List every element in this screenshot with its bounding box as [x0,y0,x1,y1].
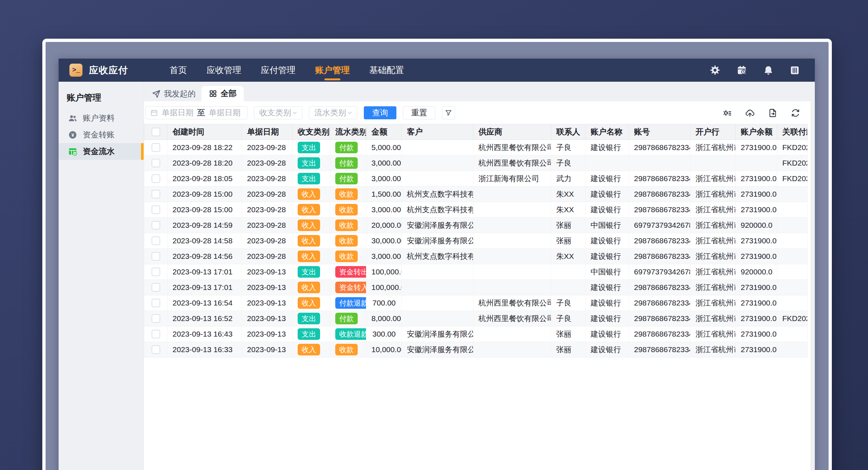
cell-doc-date: 2023-09-28 [242,171,293,187]
flow-type-badge: 收款 [335,188,358,200]
flow-type-select[interactable]: 流水类别 [309,106,357,119]
flow-type-badge: 收款 [335,235,358,247]
content-panel: 单据日期 至 单据日期 收支类别 流水类别 [144,101,815,470]
table-row: 2023-09-28 14:582023-09-28收入收款30,000.00安… [144,233,808,249]
cell-supplier [473,233,551,249]
app-window: >_ 应收应付 首页 应收管理 应付管理 账户管理 基础配置 [59,59,815,470]
cell-io-type: 收入 [293,233,330,249]
schedule-calendar-icon[interactable] [737,65,747,75]
cell-bank-location: 浙江省杭州市 [690,342,736,358]
cell-customer [402,311,473,326]
cell-account-no: 298786867823342 [629,202,690,218]
cell-customer [402,171,473,187]
tab-strip: 我发起的 全部 [144,82,815,101]
cell-customer: 杭州支点数字科技有限公司 [402,187,473,202]
cell-account-no: 298786867823342 [629,295,690,311]
date-end-placeholder: 单据日期 [209,107,241,118]
row-checkbox[interactable] [152,205,160,214]
row-checkbox[interactable] [152,221,160,230]
io-type-badge: 收入 [298,204,320,215]
nav-item-accounts[interactable]: 账户管理 [305,59,359,82]
column-header-customer: 客户 [402,124,473,140]
cell-contact: 子良 [551,155,586,171]
nav-item-payable[interactable]: 应付管理 [251,59,305,82]
flow-type-badge: 付款退款 [335,297,366,309]
cloud-upload-icon[interactable] [745,108,755,118]
row-checkbox[interactable] [152,143,160,152]
row-checkbox[interactable] [152,174,160,183]
row-checkbox[interactable] [152,283,160,292]
main-area: 我发起的 全部 [144,82,815,470]
select-all-checkbox[interactable] [152,128,160,136]
cell-linked-payment [777,187,808,202]
sidebar-item-fund-flow[interactable]: ¥ 资金流水 [59,143,144,160]
navbar-icons [710,65,800,75]
filter-bar: 单据日期 至 单据日期 收支类别 流水类别 [145,106,800,119]
column-settings-icon[interactable] [722,108,732,118]
io-type-badge: 支出 [298,328,320,340]
cell-linked-payment: FKD2023 [777,311,808,326]
row-checkbox[interactable] [152,268,160,276]
sidebar: 账户管理 账户资料 [59,82,144,470]
cell-supplier: 浙江新海有限公司 [473,171,551,187]
send-icon [152,90,161,98]
cell-account-no: 298786867823342 [629,171,690,187]
row-checkbox[interactable] [152,236,160,245]
tab-all[interactable]: 全部 [201,86,244,101]
cell-doc-date: 2023-09-28 [242,233,293,249]
cell-account-no: 298786867823342 [629,249,690,264]
reset-button[interactable]: 重置 [403,106,435,119]
flow-type-badge: 付款 [335,313,358,324]
row-checkbox[interactable] [152,159,160,167]
top-navbar: >_ 应收应付 首页 应收管理 应付管理 账户管理 基础配置 [59,59,815,82]
cell-account-no: 697973793426784 [629,218,690,233]
svg-text:¥: ¥ [71,132,74,138]
io-type-select[interactable]: 收支类别 [254,106,302,119]
cell-create-time: 2023-09-28 14:56 [167,249,242,264]
cell-customer: 杭州支点数字科技有限公司 [402,249,473,264]
checkbox-cell [144,264,167,280]
sidebar-item-fund-transfer[interactable]: ¥ 资金转账 [59,127,144,143]
cell-amount: 3,000.00 [366,249,402,264]
row-checkbox[interactable] [152,190,160,198]
select-all-header [144,124,167,140]
cell-balance: 2731900.0 [736,311,777,326]
funnel-icon [444,109,452,117]
sidebar-item-account-profile[interactable]: 账户资料 [59,110,144,127]
row-checkbox[interactable] [152,345,160,354]
search-button[interactable]: 查询 [364,106,396,119]
cell-contact: 子良 [551,140,586,155]
refresh-icon[interactable] [791,108,800,118]
flow-type-badge: 收款 [335,251,358,262]
filter-funnel-button[interactable] [442,106,455,119]
nav-item-settings[interactable]: 基础配置 [359,59,414,82]
cell-balance: 2731900.0 [736,202,777,218]
settings-gear-icon[interactable] [710,65,720,75]
cell-flow-type: 资金转出 [330,264,366,280]
checkbox-cell [144,311,167,326]
row-checkbox[interactable] [152,314,160,323]
cell-amount: 700.00 [366,295,402,311]
flow-table-icon: ¥ [68,147,77,156]
notification-bell-icon[interactable] [763,65,773,75]
cell-io-type: 支出 [293,140,330,155]
cell-account-name: 建设银行 [586,140,629,155]
row-checkbox[interactable] [152,299,160,307]
apps-sliders-icon[interactable] [790,65,800,75]
nav-item-home[interactable]: 首页 [160,59,197,82]
tab-initiated-by-me[interactable]: 我发起的 [146,87,201,101]
table-row: 2023-09-13 17:012023-09-13支出资金转出100,000.… [144,264,808,280]
checkbox-cell [144,202,167,218]
nav-item-receivable[interactable]: 应收管理 [197,59,251,82]
row-checkbox[interactable] [152,252,160,261]
date-range-input[interactable]: 单据日期 至 单据日期 [145,106,247,119]
row-checkbox[interactable] [152,330,160,338]
flow-type-badge: 付款 [335,173,358,184]
cell-balance: 2731900.0 [736,326,777,342]
column-header-bank-location: 开户行 [690,124,736,140]
column-header-account-name: 账户名称 [586,124,629,140]
flow-type-badge: 资金转入 [335,282,366,293]
export-file-icon[interactable] [768,108,778,118]
checkbox-cell [144,187,167,202]
column-header-account-no: 账号 [629,124,690,140]
